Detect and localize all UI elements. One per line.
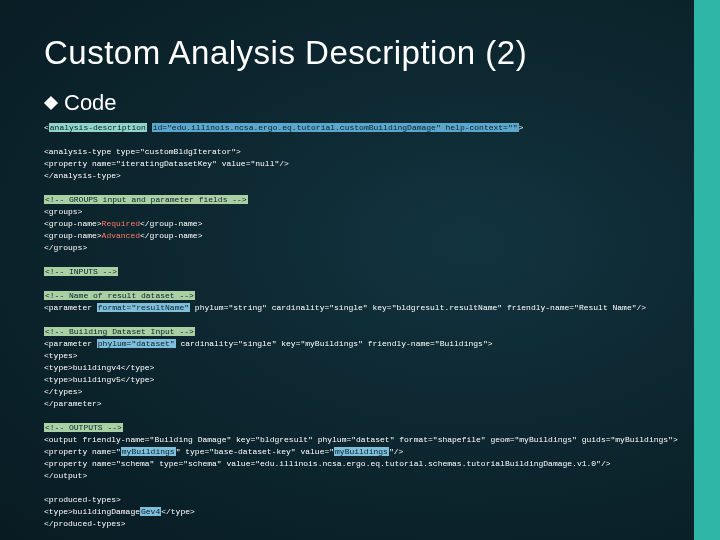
code-line: <produced-types> bbox=[44, 495, 121, 504]
code-line: </type> bbox=[161, 507, 195, 516]
code-line: </group-name> bbox=[140, 231, 202, 240]
code-line: <type>buildingv4</type> bbox=[44, 363, 154, 372]
code-tag: analysis-description bbox=[49, 123, 147, 132]
code-line: <groups> bbox=[44, 207, 82, 216]
code-line: </types> bbox=[44, 387, 82, 396]
code-line: <analysis-type type="customBldgIterator"… bbox=[44, 147, 241, 156]
code-line: </groups> bbox=[44, 243, 87, 252]
code-line: <property name=" bbox=[44, 447, 121, 456]
code-required: Required bbox=[102, 219, 140, 228]
code-advanced: Advanced bbox=[102, 231, 140, 240]
code-attr-val: format="resultName" bbox=[97, 303, 190, 312]
code-attr-val: myBuildings bbox=[334, 447, 389, 456]
page-title: Custom Analysis Description (2) bbox=[44, 34, 680, 72]
code-line: <output friendly-name="Building Damage" … bbox=[44, 435, 678, 444]
code-line: <parameter bbox=[44, 303, 97, 312]
code-comment: <!-- GROUPS input and parameter fields -… bbox=[44, 195, 248, 204]
code-line: </produced-types> bbox=[44, 519, 126, 528]
code-line: phylum="string" cardinality="single" key… bbox=[190, 303, 646, 312]
code-attr-val: phylum="dataset" bbox=[97, 339, 176, 348]
slide: Custom Analysis Description (2) Code <an… bbox=[0, 0, 720, 540]
code-line: </output> bbox=[44, 471, 87, 480]
code-line: cardinality="single" key="myBuildings" f… bbox=[176, 339, 493, 348]
code-line: " type="base-dataset-key" value=" bbox=[176, 447, 334, 456]
code-attr: id="edu.illinois.ncsa.ergo.eq.tutorial.c… bbox=[152, 123, 519, 132]
code-line: "/> bbox=[389, 447, 403, 456]
code-line: <property name="iteratingDatasetKey" val… bbox=[44, 159, 289, 168]
bullet-diamond-icon bbox=[44, 96, 58, 110]
code-line: </parameter> bbox=[44, 399, 102, 408]
code-line: <type>buildingDamage bbox=[44, 507, 140, 516]
code-line: <property name="schema" type="schema" va… bbox=[44, 459, 611, 468]
bullet-label: Code bbox=[64, 90, 117, 116]
accent-bar bbox=[694, 0, 720, 540]
code-comment: <!-- Building Dataset Input --> bbox=[44, 327, 195, 336]
code-line: <type>buildingv5</type> bbox=[44, 375, 154, 384]
code-attr-val: Gev4 bbox=[140, 507, 161, 516]
code-line: <types> bbox=[44, 351, 78, 360]
code-comment: <!-- OUTPUTS --> bbox=[44, 423, 123, 432]
code-line: <group-name> bbox=[44, 231, 102, 240]
code-line: <parameter bbox=[44, 339, 97, 348]
code-line: <group-name> bbox=[44, 219, 102, 228]
code-block: <analysis-description id="edu.illinois.n… bbox=[44, 122, 680, 540]
code-comment: <!-- Name of result dataset --> bbox=[44, 291, 195, 300]
bullet-row: Code bbox=[44, 90, 680, 116]
code-line: </group-name> bbox=[140, 219, 202, 228]
code-line: </analysis-type> bbox=[44, 171, 121, 180]
code-comment: <!-- INPUTS --> bbox=[44, 267, 118, 276]
code-attr-val: myBuildings bbox=[121, 447, 176, 456]
